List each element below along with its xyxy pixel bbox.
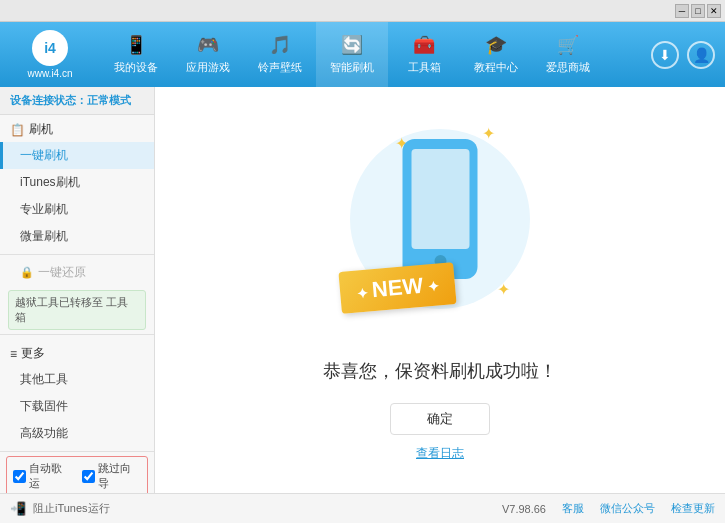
more-section-icon: ≡	[10, 347, 17, 361]
sidebar-item-one-click-flash[interactable]: 一键刷机	[0, 142, 154, 169]
footer: 📲 阻止iTunes运行 V7.98.66 客服 微信公众号 检查更新	[0, 493, 725, 523]
tutorial-icon: 🎓	[485, 34, 507, 56]
new-badge-text: NEW	[371, 272, 424, 301]
status-value: 正常模式	[87, 94, 131, 106]
shop-icon: 🛒	[557, 34, 579, 56]
flash-section-title: 📋 刷机	[0, 115, 154, 142]
apps-games-icon: 🎮	[197, 34, 219, 56]
nav-ringtones[interactable]: 🎵 铃声壁纸	[244, 22, 316, 87]
nav-tutorial[interactable]: 🎓 教程中心	[460, 22, 532, 87]
version-label: V7.98.66	[502, 503, 546, 515]
sparkle-3: ✦	[497, 280, 510, 299]
maximize-button[interactable]: □	[691, 4, 705, 18]
sidebar-item-pro-flash[interactable]: 专业刷机	[0, 196, 154, 223]
sidebar: 设备连接状态：正常模式 📋 刷机 一键刷机 iTunes刷机 专业刷机 微量刷机…	[0, 87, 155, 493]
wechat-link[interactable]: 微信公众号	[600, 501, 655, 516]
flash-icon: 📋	[10, 123, 25, 137]
nav-shop-label: 爱思商城	[546, 60, 590, 75]
title-bar: ─ □ ✕	[0, 0, 725, 22]
view-log-link[interactable]: 查看日志	[416, 445, 464, 462]
sidebar-item-download-firmware[interactable]: 下载固件	[0, 393, 154, 420]
sidebar-item-other-tools[interactable]: 其他工具	[0, 366, 154, 393]
logo-icon: i4	[32, 30, 68, 66]
nav-shop[interactable]: 🛒 爱思商城	[532, 22, 604, 87]
skip-wizard-checkbox[interactable]	[82, 470, 95, 483]
sidebar-item-itunes-flash[interactable]: iTunes刷机	[0, 169, 154, 196]
confirm-button[interactable]: 确定	[390, 403, 490, 435]
user-button[interactable]: 👤	[687, 41, 715, 69]
content-area: ✦ ✦ ✦ ✦ NEW ✦ 恭喜您，保资料刷机成功啦！ 确定 查看日志	[155, 87, 725, 493]
more-section-title: ≡ 更多	[0, 339, 154, 366]
sidebar-divider-3	[0, 451, 154, 452]
nav-apps-games[interactable]: 🎮 应用游戏	[172, 22, 244, 87]
lock-icon: 🔒	[20, 266, 34, 279]
itunes-icon: 📲	[10, 501, 26, 516]
phone-illustration: ✦ ✦ ✦ ✦ NEW ✦	[340, 119, 540, 339]
success-message: 恭喜您，保资料刷机成功啦！	[323, 359, 557, 383]
phone-screen	[411, 149, 469, 249]
my-device-icon: 📱	[125, 34, 147, 56]
one-click-restore-label: 一键还原	[38, 264, 86, 281]
auto-backup-checkbox[interactable]	[13, 470, 26, 483]
header-right: ⬇ 👤	[651, 41, 725, 69]
smart-shop-icon: 🔄	[341, 34, 363, 56]
close-button[interactable]: ✕	[707, 4, 721, 18]
check-update-link[interactable]: 检查更新	[671, 501, 715, 516]
sidebar-divider-2	[0, 334, 154, 335]
nav-toolbox[interactable]: 🧰 工具箱	[388, 22, 460, 87]
flash-section-label: 刷机	[29, 121, 53, 138]
nav-tutorial-label: 教程中心	[474, 60, 518, 75]
window-controls[interactable]: ─ □ ✕	[675, 4, 721, 18]
header: i4 www.i4.cn 📱 我的设备 🎮 应用游戏 🎵 铃声壁纸 🔄 智能刷机…	[0, 22, 725, 87]
service-link[interactable]: 客服	[562, 501, 584, 516]
logo-area: i4 www.i4.cn	[0, 30, 100, 79]
status-label: 设备连接状态：	[10, 94, 87, 106]
auto-backup-label: 自动歌运	[29, 461, 72, 491]
info-box-text: 越狱工具已转移至 工具箱	[15, 296, 128, 323]
phone-shape	[403, 139, 478, 279]
download-button[interactable]: ⬇	[651, 41, 679, 69]
nav-smart-shop-label: 智能刷机	[330, 60, 374, 75]
checkbox-row: 自动歌运 跳过向导	[6, 456, 148, 493]
info-box: 越狱工具已转移至 工具箱	[8, 290, 146, 330]
sidebar-item-one-click-restore: 🔒 一键还原	[0, 259, 154, 286]
minimize-button[interactable]: ─	[675, 4, 689, 18]
connection-status: 设备连接状态：正常模式	[0, 87, 154, 115]
skip-wizard-label: 跳过向导	[98, 461, 141, 491]
footer-left: 📲 阻止iTunes运行	[10, 501, 110, 516]
sidebar-item-micro-flash[interactable]: 微量刷机	[0, 223, 154, 250]
new-badge-stars2: ✦	[423, 278, 440, 295]
sidebar-divider-1	[0, 254, 154, 255]
new-badge-stars: ✦	[356, 284, 373, 301]
nav-my-device[interactable]: 📱 我的设备	[100, 22, 172, 87]
sparkle-2: ✦	[482, 124, 495, 143]
nav-bar: 📱 我的设备 🎮 应用游戏 🎵 铃声壁纸 🔄 智能刷机 🧰 工具箱 🎓 教程中心…	[100, 22, 651, 87]
more-section-label: 更多	[21, 345, 45, 362]
logo-subtitle: www.i4.cn	[27, 68, 72, 79]
footer-right: V7.98.66 客服 微信公众号 检查更新	[502, 501, 715, 516]
skip-wizard-checkbox-label[interactable]: 跳过向导	[82, 461, 141, 491]
nav-my-device-label: 我的设备	[114, 60, 158, 75]
nav-toolbox-label: 工具箱	[408, 60, 441, 75]
main-layout: 设备连接状态：正常模式 📋 刷机 一键刷机 iTunes刷机 专业刷机 微量刷机…	[0, 87, 725, 493]
nav-ringtones-label: 铃声壁纸	[258, 60, 302, 75]
nav-apps-games-label: 应用游戏	[186, 60, 230, 75]
sidebar-item-advanced[interactable]: 高级功能	[0, 420, 154, 447]
itunes-label: 阻止iTunes运行	[33, 501, 110, 516]
ringtones-icon: 🎵	[269, 34, 291, 56]
auto-backup-checkbox-label[interactable]: 自动歌运	[13, 461, 72, 491]
toolbox-icon: 🧰	[413, 34, 435, 56]
nav-smart-shop[interactable]: 🔄 智能刷机	[316, 22, 388, 87]
